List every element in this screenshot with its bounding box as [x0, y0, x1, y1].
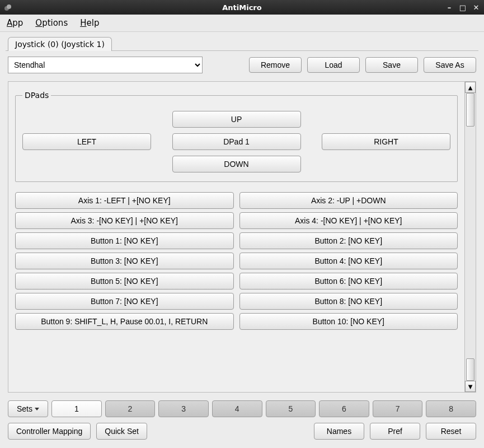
- menu-app[interactable]: App: [6, 17, 24, 29]
- bindings-grid: Axis 1: -LEFT | +[NO KEY] Axis 2: -UP | …: [15, 192, 458, 330]
- dpad-center-button[interactable]: DPad 1: [172, 133, 301, 150]
- dpad-grid: UP LEFT DPad 1 RIGHT: [22, 111, 450, 172]
- profile-select[interactable]: Stendhal: [8, 57, 203, 73]
- dpad-down-button[interactable]: DOWN: [172, 156, 301, 172]
- vertical-scrollbar[interactable]: ▲ ▼: [464, 82, 476, 392]
- binding-button-7[interactable]: Button 7: [NO KEY]: [15, 293, 234, 310]
- binding-button-9[interactable]: Button 9: SHIFT_L, H, Pause 00.01, I, RE…: [15, 313, 234, 330]
- binding-button-1[interactable]: Button 1: [NO KEY]: [15, 232, 234, 249]
- set-1-button[interactable]: 1: [51, 400, 102, 417]
- set-7-button[interactable]: 7: [373, 400, 423, 417]
- set-4-button[interactable]: 4: [212, 400, 262, 417]
- reset-button[interactable]: Reset: [426, 423, 476, 440]
- binding-axis-3[interactable]: Axis 3: -[NO KEY] | +[NO KEY]: [15, 212, 234, 229]
- save-as-button[interactable]: Save As: [424, 57, 476, 73]
- binding-axis-4[interactable]: Axis 4: -[NO KEY] | +[NO KEY]: [239, 212, 458, 229]
- save-button[interactable]: Save: [365, 57, 418, 73]
- sets-label: Sets: [17, 404, 32, 413]
- binding-button-8[interactable]: Button 8: [NO KEY]: [239, 293, 458, 310]
- binding-button-2[interactable]: Button 2: [NO KEY]: [239, 232, 458, 249]
- binding-button-3[interactable]: Button 3: [NO KEY]: [15, 253, 234, 269]
- tab-joystick-0[interactable]: Joystick (0) (Joystick 1): [8, 37, 112, 51]
- footer-row: Controller Mapping Quick Set Names Pref …: [8, 423, 476, 440]
- names-button[interactable]: Names: [314, 423, 364, 440]
- sets-row: Sets 1 2 3 4 5 6 7 8: [8, 400, 476, 417]
- binding-axis-1[interactable]: Axis 1: -LEFT | +[NO KEY]: [15, 192, 234, 209]
- dpad-right-button[interactable]: RIGHT: [322, 133, 450, 150]
- window-title: AntiMicro: [0, 3, 484, 12]
- bindings-scroll-area: DPads UP LEFT DPad 1: [8, 81, 476, 393]
- menubar: App Options Help: [0, 15, 484, 32]
- svg-point-1: [7, 4, 11, 9]
- minimize-button[interactable]: –: [445, 3, 454, 12]
- menu-app-rest: pp: [12, 18, 23, 28]
- dpads-fieldset: DPads UP LEFT DPad 1: [15, 91, 458, 182]
- maximize-button[interactable]: □: [458, 3, 467, 12]
- set-6-button[interactable]: 6: [319, 400, 369, 417]
- window-controls: – □ ✕: [445, 3, 481, 12]
- close-button[interactable]: ✕: [472, 3, 481, 12]
- tabbar: Joystick (0) (Joystick 1): [6, 36, 478, 50]
- scroll-thumb-top[interactable]: [466, 93, 474, 127]
- set-3-button[interactable]: 3: [158, 400, 209, 417]
- scroll-thumb-bottom[interactable]: [466, 358, 474, 381]
- app-icon: [3, 3, 12, 12]
- remove-button[interactable]: Remove: [249, 57, 302, 73]
- dpads-legend: DPads: [22, 91, 51, 100]
- binding-button-4[interactable]: Button 4: [NO KEY]: [239, 253, 458, 269]
- scroll-track[interactable]: [465, 93, 476, 381]
- chevron-down-icon: [35, 408, 39, 410]
- menu-options[interactable]: Options: [34, 17, 69, 29]
- quick-set-button[interactable]: Quick Set: [96, 423, 147, 440]
- client-area: Joystick (0) (Joystick 1) Stendhal Remov…: [0, 32, 484, 448]
- binding-button-5[interactable]: Button 5: [NO KEY]: [15, 273, 234, 290]
- scroll-down-arrow[interactable]: ▼: [465, 381, 476, 392]
- pref-button[interactable]: Pref: [370, 423, 420, 440]
- profile-row: Stendhal Remove Load Save Save As: [8, 57, 476, 73]
- binding-axis-2[interactable]: Axis 2: -UP | +DOWN: [239, 192, 458, 209]
- load-button[interactable]: Load: [307, 57, 360, 73]
- titlebar: AntiMicro – □ ✕: [0, 0, 484, 15]
- binding-button-6[interactable]: Button 6: [NO KEY]: [239, 273, 458, 290]
- set-5-button[interactable]: 5: [266, 400, 316, 417]
- bindings-content: DPads UP LEFT DPad 1: [8, 82, 464, 392]
- controller-mapping-button[interactable]: Controller Mapping: [8, 423, 91, 440]
- tab-page: Stendhal Remove Load Save Save As DPads …: [6, 50, 478, 443]
- menu-help[interactable]: Help: [79, 17, 100, 29]
- sets-dropdown-button[interactable]: Sets: [8, 400, 48, 417]
- set-8-button[interactable]: 8: [426, 400, 476, 417]
- dpad-left-button[interactable]: LEFT: [22, 133, 151, 150]
- set-2-button[interactable]: 2: [105, 400, 156, 417]
- menu-options-rest: ptions: [42, 18, 68, 28]
- scroll-up-arrow[interactable]: ▲: [465, 82, 476, 93]
- binding-button-10[interactable]: Button 10: [NO KEY]: [239, 313, 458, 330]
- menu-help-rest: elp: [86, 18, 99, 28]
- bottom-rows: Sets 1 2 3 4 5 6 7 8 Controller Mapping …: [8, 400, 476, 440]
- dpad-up-button[interactable]: UP: [172, 111, 301, 128]
